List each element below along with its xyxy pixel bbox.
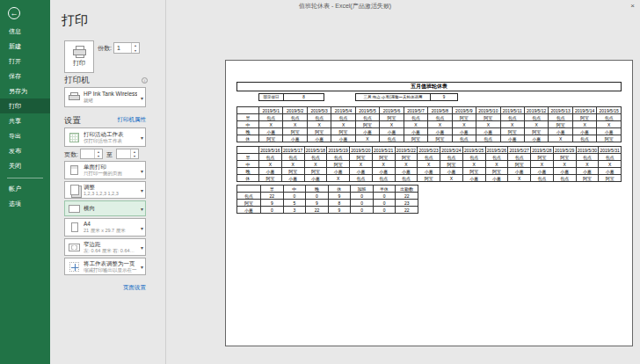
pages-to-arrows[interactable] xyxy=(130,149,138,158)
cell: 小嘉 xyxy=(524,135,548,142)
cell: 9 xyxy=(261,200,284,207)
cell: 阿宝 xyxy=(327,161,350,168)
copies-value: 1 xyxy=(117,43,120,53)
header-cell: 2019/5/15 xyxy=(597,107,622,114)
cell: X xyxy=(576,161,599,168)
sidebar-item-2[interactable]: 打开 xyxy=(0,54,50,69)
table: 早中晚休加班半休出勤数包点220090022阿宝95980023小嘉032290… xyxy=(236,185,418,214)
sidebar-footer-item-1[interactable]: 选项 xyxy=(0,196,50,211)
spin-down-icon[interactable] xyxy=(131,154,138,158)
setting-collation[interactable]: 调整 1,2,3 1,2,3 1,2,3 xyxy=(64,181,146,199)
setting-paper-size[interactable]: A4 21 厘米 x 29.7 厘米 xyxy=(64,218,146,237)
cell: 包点 xyxy=(281,154,304,161)
cell: 包点 xyxy=(531,175,554,182)
setting-orientation[interactable]: 横向 xyxy=(64,200,146,216)
sidebar-item-9[interactable]: 关闭 xyxy=(0,158,50,173)
copies-stepper[interactable]: 1 xyxy=(113,42,140,54)
cell: 22 xyxy=(306,207,329,214)
cell: 阿宝 xyxy=(304,168,327,175)
header-cell: 2019/5/30 xyxy=(576,147,599,154)
cell: 包点 xyxy=(599,154,622,161)
cell: 阿宝 xyxy=(476,114,500,121)
backstage-sidebar: 信息新建打开保存另存为打印共享导出发布关闭 帐户选项 xyxy=(0,0,50,364)
cell: 小嘉 xyxy=(599,168,622,175)
cell: 0 xyxy=(351,200,374,207)
cell: 阿宝 xyxy=(572,114,596,121)
sidebar-item-5[interactable]: 打印 xyxy=(0,98,50,113)
cell: 阿宝 xyxy=(395,154,418,161)
sidebar-item-7[interactable]: 导出 xyxy=(0,128,50,143)
collate-icon xyxy=(70,185,79,195)
cell: 9 xyxy=(306,200,329,207)
setting-print-what[interactable]: 打印活动工作表 仅打印活动工作表 xyxy=(64,127,146,147)
pages-from-arrows[interactable] xyxy=(94,149,102,158)
pages-to-label: 至 xyxy=(106,150,113,159)
sheet-title: 五月值班轮休表 xyxy=(236,82,622,91)
print-button[interactable]: 打印 xyxy=(64,40,94,73)
sidebar-item-6[interactable]: 共享 xyxy=(0,113,50,128)
header-cell: 2019/5/31 xyxy=(599,147,622,154)
sidebar-item-0[interactable]: 信息 xyxy=(0,24,50,39)
cell: 小嘉 xyxy=(597,128,622,135)
sidebar-item-4[interactable]: 另存为 xyxy=(0,84,50,98)
sidebar-footer-item-0[interactable]: 帐户 xyxy=(0,181,50,196)
cell: 阿宝 xyxy=(462,168,485,175)
cell: 晚 xyxy=(237,128,259,135)
cell: 阿宝 xyxy=(350,154,373,161)
table-row: 中XXXX阿宝XXXXXXX阿宝XX xyxy=(237,121,622,128)
sidebar-item-3[interactable]: 保存 xyxy=(0,69,50,84)
spin-down-icon[interactable] xyxy=(95,154,102,158)
duplex-icon xyxy=(70,165,78,175)
header-cell: 2019/5/12 xyxy=(524,107,548,114)
cell: 阿宝 xyxy=(404,135,427,142)
cell: 包点 xyxy=(350,175,373,182)
sidebar-nav: 信息新建打开保存另存为打印共享导出发布关闭 xyxy=(0,24,50,173)
cell: 小嘉 xyxy=(372,168,395,175)
header-cell xyxy=(237,107,259,114)
header-cell: 2019/5/14 xyxy=(572,107,596,114)
cell: 包点 xyxy=(428,114,452,121)
pages-to-stepper[interactable] xyxy=(116,149,139,159)
printer-select[interactable]: HP Ink Tank Wireless 41… 就绪 xyxy=(64,87,146,107)
cell: 包点 xyxy=(452,135,476,142)
panel-divider xyxy=(165,0,166,364)
cell: X xyxy=(524,121,548,128)
cell: X xyxy=(428,121,452,128)
spin-down-icon[interactable] xyxy=(132,48,139,54)
printer-properties-link[interactable]: 打印机属性 xyxy=(118,116,147,122)
table-row: 早包点包点包点包点包点阿宝包点包点阿宝阿宝包点包点包点阿宝包点 xyxy=(237,114,622,121)
cell: 小嘉 xyxy=(327,168,350,175)
cell: X xyxy=(462,161,485,168)
cell: 包点 xyxy=(418,154,440,161)
cell: 阿宝 xyxy=(307,128,331,135)
cell: 小嘉 xyxy=(355,128,379,135)
cell: 阿宝 xyxy=(452,114,476,121)
back-arrow-icon[interactable] xyxy=(8,7,20,19)
chevron-down-icon xyxy=(141,206,143,212)
sidebar-item-8[interactable]: 发布 xyxy=(0,143,50,158)
cell: 小嘉 xyxy=(307,135,331,142)
page-setup-link[interactable]: 页面设置 xyxy=(123,284,146,290)
setting-margins[interactable]: 窄边距 左: 0.64 厘米 右: 0.64… xyxy=(64,238,146,256)
sidebar-item-1[interactable]: 新建 xyxy=(0,39,50,54)
close-icon[interactable] xyxy=(630,0,635,12)
cell: 0 xyxy=(306,193,329,200)
setting-scaling[interactable]: 将工作表调整为一页 缩减打印输出以显示在一… xyxy=(64,258,146,275)
cell: 0 xyxy=(373,193,396,200)
pages-from-stepper[interactable] xyxy=(80,149,103,159)
cell: 包点 xyxy=(307,114,331,121)
cell: 3 xyxy=(283,207,306,214)
table: 2019/5/162019/5/172019/5/182019/5/192019… xyxy=(236,146,622,182)
header-cell: 2019/5/22 xyxy=(395,147,418,154)
cell: 早 xyxy=(237,114,259,121)
table-row: 晚小嘉阿宝阿宝阿宝小嘉小嘉小嘉小嘉小嘉小嘉阿宝阿宝小嘉小嘉小嘉 xyxy=(237,128,622,135)
copies-spinner-arrows[interactable] xyxy=(131,43,139,53)
cell: 小嘉 xyxy=(259,168,282,175)
cell: 包点 xyxy=(553,175,576,182)
cell: 包点 xyxy=(576,154,599,161)
setting-duplex[interactable]: 单面打印 只打印一侧的页面 xyxy=(64,161,146,179)
header-cell: 2019/5/3 xyxy=(307,107,331,114)
cell: 阿宝 xyxy=(283,128,307,135)
cell: 小嘉 xyxy=(283,135,307,142)
table-row: 晚小嘉阿宝阿宝小嘉小嘉小嘉小嘉小嘉小嘉阿宝阿宝小嘉小嘉小嘉小嘉小嘉 xyxy=(237,168,622,175)
